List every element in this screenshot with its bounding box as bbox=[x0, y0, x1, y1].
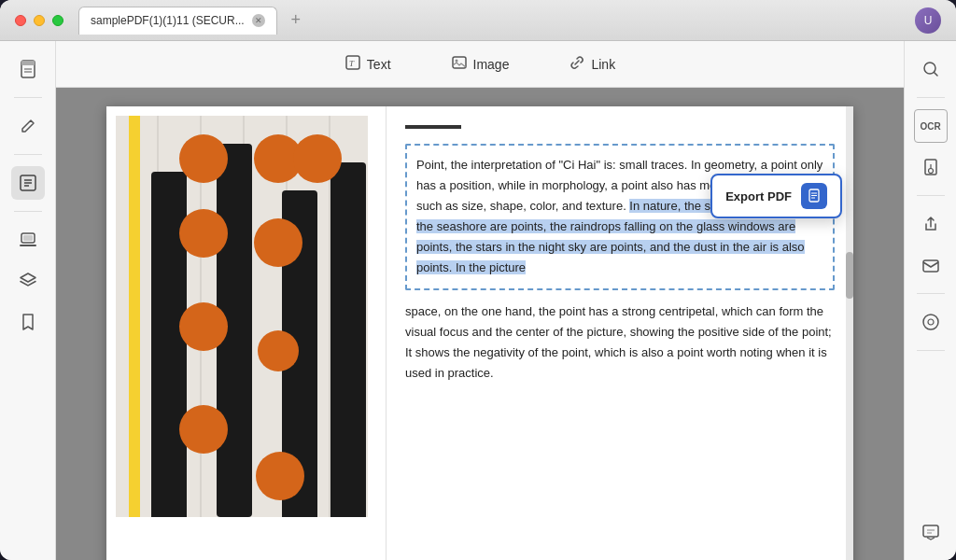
pdf-title-underline bbox=[405, 125, 461, 129]
content-area: T Text Image bbox=[56, 41, 904, 560]
scrollbar-track[interactable] bbox=[846, 106, 853, 560]
link-tool-button[interactable]: Link bbox=[557, 49, 626, 80]
svg-point-25 bbox=[923, 315, 938, 329]
text-selection-box[interactable]: Point, the interpretation of "Ci Hai" is… bbox=[405, 144, 835, 290]
svg-point-26 bbox=[928, 319, 934, 325]
layers-icon[interactable] bbox=[11, 264, 45, 298]
svg-line-20 bbox=[934, 73, 937, 77]
sidebar-divider-2 bbox=[14, 154, 42, 155]
text-tool-icon: T bbox=[344, 54, 361, 75]
user-avatar[interactable]: U bbox=[915, 7, 941, 34]
maximize-button[interactable] bbox=[52, 15, 63, 26]
black-stripe-4 bbox=[330, 162, 366, 517]
link-tool-label: Link bbox=[591, 57, 615, 72]
orange-circle-8 bbox=[179, 405, 228, 454]
link-tool-icon bbox=[569, 54, 585, 75]
edit-icon[interactable] bbox=[11, 109, 45, 143]
pdf-viewer[interactable]: Point, the interpretation of "Ci Hai" is… bbox=[56, 88, 904, 560]
scrollbar-thumb[interactable] bbox=[846, 252, 853, 299]
svg-rect-27 bbox=[923, 525, 938, 537]
art-artwork bbox=[116, 116, 368, 517]
export-pdf-icon-button[interactable] bbox=[801, 183, 827, 209]
avatar-initials: U bbox=[924, 14, 933, 27]
tab-bar: samplePDF(1)(1)11 (SECUR... ✕ + bbox=[78, 7, 915, 35]
left-sidebar bbox=[0, 41, 56, 560]
right-divider-1 bbox=[917, 97, 945, 98]
image-tool-label: Image bbox=[473, 57, 510, 72]
app-window: samplePDF(1)(1)11 (SECUR... ✕ + U bbox=[0, 0, 956, 560]
share-icon[interactable] bbox=[914, 207, 948, 241]
svg-text:T: T bbox=[349, 59, 355, 68]
orange-circle-3 bbox=[293, 134, 342, 183]
sidebar-divider-3 bbox=[14, 211, 42, 212]
orange-circle-1 bbox=[179, 134, 228, 183]
export-pdf-label: Export PDF bbox=[725, 189, 792, 203]
active-tab[interactable]: samplePDF(1)(1)11 (SECUR... ✕ bbox=[78, 7, 277, 35]
pdf-image bbox=[106, 106, 387, 560]
svg-point-14 bbox=[455, 59, 457, 62]
orange-circle-5 bbox=[254, 218, 302, 267]
close-button[interactable] bbox=[15, 15, 26, 26]
orange-circle-9 bbox=[256, 452, 304, 500]
image-tool-icon bbox=[451, 54, 468, 75]
new-tab-button[interactable]: + bbox=[285, 9, 307, 32]
titlebar: samplePDF(1)(1)11 (SECUR... ✕ + U bbox=[0, 0, 956, 41]
traffic-lights bbox=[15, 15, 63, 26]
bookmark-icon[interactable] bbox=[11, 305, 45, 339]
text-tool-button[interactable]: T Text bbox=[333, 49, 402, 80]
file-icon[interactable] bbox=[914, 150, 948, 184]
pdf-text-area: Point, the interpretation of "Ci Hai" is… bbox=[387, 106, 853, 560]
toolbar: T Text Image bbox=[56, 41, 904, 88]
right-sidebar: OCR bbox=[904, 41, 956, 560]
svg-rect-24 bbox=[923, 260, 938, 272]
stamp-icon[interactable] bbox=[11, 223, 45, 257]
right-divider-3 bbox=[917, 293, 945, 294]
mail-icon[interactable] bbox=[914, 248, 948, 282]
pdf-paragraph-2: space, on the one hand, the point has a … bbox=[405, 301, 835, 384]
right-divider-4 bbox=[917, 350, 945, 351]
comment-icon[interactable] bbox=[914, 515, 948, 549]
disk-icon[interactable] bbox=[914, 305, 948, 339]
right-divider-2 bbox=[917, 195, 945, 196]
text-tool-label: Text bbox=[367, 57, 391, 72]
pdf-page: Point, the interpretation of "Ci Hai" is… bbox=[106, 106, 853, 560]
orange-circle-7 bbox=[258, 330, 299, 371]
yellow-bar bbox=[129, 116, 140, 517]
main-area: T Text Image bbox=[0, 41, 956, 560]
annotate-icon[interactable] bbox=[11, 166, 45, 200]
document-icon[interactable] bbox=[11, 52, 45, 86]
sidebar-divider-1 bbox=[14, 97, 42, 98]
svg-rect-9 bbox=[23, 235, 33, 241]
svg-rect-1 bbox=[21, 61, 35, 65]
orange-circle-4 bbox=[179, 209, 228, 258]
minimize-button[interactable] bbox=[34, 15, 45, 26]
tab-close-button[interactable]: ✕ bbox=[252, 14, 265, 27]
ocr-icon[interactable]: OCR bbox=[914, 109, 948, 143]
svg-point-22 bbox=[928, 169, 933, 174]
orange-circle-6 bbox=[179, 302, 228, 351]
tab-label: samplePDF(1)(1)11 (SECUR... bbox=[91, 14, 245, 27]
export-pdf-tooltip[interactable]: Export PDF bbox=[710, 174, 842, 218]
image-tool-button[interactable]: Image bbox=[440, 49, 521, 80]
search-icon[interactable] bbox=[914, 52, 948, 86]
svg-rect-13 bbox=[453, 57, 466, 68]
